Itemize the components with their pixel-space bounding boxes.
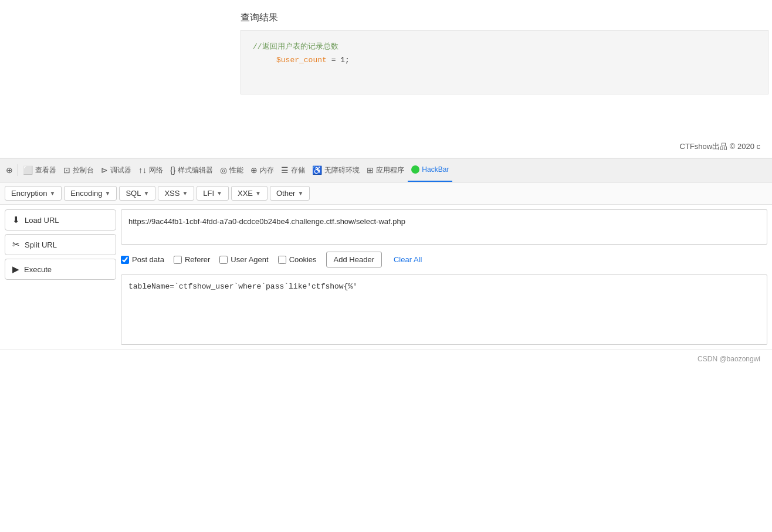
menu-xss[interactable]: XSS ▼ [158, 186, 194, 201]
picker-icon: ⊕ [6, 165, 13, 175]
menu-other[interactable]: Other ▼ [270, 186, 310, 201]
devtools-tab-network[interactable]: ↑↓ 网络 [135, 158, 167, 182]
user-agent-checkbox-item[interactable]: User Agent [219, 255, 268, 264]
devtools-tab-console[interactable]: ⊡ 控制台 [60, 158, 97, 182]
post-data-checkbox[interactable] [121, 256, 129, 264]
csdn-footer: CSDN @baozongwi [0, 350, 772, 368]
xxe-arrow-icon: ▼ [255, 190, 261, 196]
post-data-label: Post data [132, 255, 164, 264]
accessibility-label: 无障碍环境 [324, 165, 360, 175]
query-result-title: 查询结果 [241, 12, 278, 24]
execute-label: Execute [24, 265, 52, 274]
menu-lfi[interactable]: LFI ▼ [197, 186, 229, 201]
referer-checkbox-item[interactable]: Referer [174, 255, 210, 264]
menu-encoding[interactable]: Encoding ▼ [64, 186, 117, 201]
load-url-label: Load URL [25, 216, 59, 225]
devtools-tab-hackbar[interactable]: HackBar [408, 158, 452, 182]
devtools-tab-storage[interactable]: ☰ 存储 [277, 158, 309, 182]
cookies-checkbox-item[interactable]: Cookies [278, 255, 317, 264]
menu-encryption[interactable]: Encryption ▼ [5, 186, 62, 201]
lfi-label: LFI [203, 189, 214, 198]
inspector-label: 查看器 [35, 165, 56, 175]
devtools-bar: ⊕ ⬜ 查看器 ⊡ 控制台 ⊳ 调试器 ↑↓ 网络 {} 样式编辑器 ◎ 性能 … [0, 158, 772, 182]
split-url-label: Split URL [25, 240, 57, 249]
performance-label: 性能 [229, 165, 243, 175]
devtools-tab-performance[interactable]: ◎ 性能 [216, 158, 247, 182]
hackbar-body: ⬇ Load URL ✂ Split URL ▶ Execute https:/… [0, 205, 772, 350]
execute-icon: ▶ [12, 264, 19, 275]
devtools-separator [18, 164, 18, 176]
execute-button[interactable]: ▶ Execute [5, 259, 116, 280]
devtools-tab-apps[interactable]: ⊞ 应用程序 [363, 158, 408, 182]
console-icon: ⊡ [63, 165, 70, 175]
accessibility-icon: ♿ [312, 165, 322, 175]
hackbar-left: ⬇ Load URL ✂ Split URL ▶ Execute [5, 209, 116, 280]
console-label: 控制台 [73, 165, 94, 175]
cookies-label: Cookies [289, 255, 317, 264]
debugger-icon: ⊳ [101, 165, 108, 175]
memory-label: 内存 [260, 165, 274, 175]
post-data-checkbox-item[interactable]: Post data [121, 255, 164, 264]
storage-label: 存储 [291, 165, 305, 175]
user-agent-checkbox[interactable] [219, 256, 228, 264]
hackbar-right: https://9ac44fb1-1cbf-4fdd-a7a0-dcdce0b2… [121, 209, 767, 345]
sql-label: SQL [126, 189, 141, 198]
query-result-section: 查询结果 //返回用户表的记录总数 $user_count = 1; [0, 0, 772, 100]
devtools-tab-memory[interactable]: ⊕ 内存 [247, 158, 277, 182]
xss-arrow-icon: ▼ [182, 190, 188, 196]
encoding-arrow-icon: ▼ [105, 190, 111, 196]
storage-icon: ☰ [281, 165, 289, 175]
encryption-label: Encryption [11, 189, 47, 198]
encoding-label: Encoding [70, 189, 102, 198]
referer-checkbox[interactable] [174, 256, 182, 264]
code-comment-line: //返回用户表的记录总数 [253, 40, 756, 53]
style-editor-label: 样式编辑器 [178, 165, 213, 175]
menu-xxe[interactable]: XXE ▼ [231, 186, 268, 201]
devtools-tab-accessibility[interactable]: ♿ 无障碍环境 [309, 158, 363, 182]
network-label: 网络 [149, 165, 163, 175]
memory-icon: ⊕ [250, 165, 258, 175]
style-editor-icon: {} [170, 165, 175, 175]
copyright-text: CTFshow出品 © 2020 c [680, 142, 760, 151]
post-data-input[interactable]: tableName=`ctfshow_user`where`pass`like'… [121, 275, 767, 345]
code-variable: $user_count [276, 56, 327, 65]
performance-icon: ◎ [220, 165, 227, 175]
apps-label: 应用程序 [376, 165, 404, 175]
menu-sql[interactable]: SQL ▼ [119, 186, 155, 201]
split-url-button[interactable]: ✂ Split URL [5, 234, 116, 255]
add-header-button[interactable]: Add Header [326, 252, 382, 267]
other-arrow-icon: ▼ [297, 190, 303, 196]
load-url-icon: ⬇ [12, 215, 20, 225]
hackbar-label: HackBar [422, 165, 449, 174]
xxe-label: XXE [238, 189, 253, 198]
devtools-picker-btn[interactable]: ⊕ [2, 158, 16, 182]
inspector-icon: ⬜ [23, 165, 33, 175]
options-row: Post data Referer User Agent Cookies Add… [121, 249, 767, 270]
cookies-checkbox[interactable] [278, 256, 286, 264]
load-url-button[interactable]: ⬇ Load URL [5, 209, 116, 231]
devtools-tab-style-editor[interactable]: {} 样式编辑器 [167, 158, 216, 182]
user-agent-label: User Agent [231, 255, 268, 264]
url-input[interactable]: https://9ac44fb1-1cbf-4fdd-a7a0-dcdce0b2… [121, 209, 767, 245]
devtools-tab-inspector[interactable]: ⬜ 查看器 [19, 158, 60, 182]
network-icon: ↑↓ [138, 165, 147, 175]
xss-label: XSS [164, 189, 180, 198]
hackbar-dot-icon [411, 165, 419, 174]
referer-label: Referer [185, 255, 210, 264]
debugger-label: 调试器 [110, 165, 131, 175]
devtools-tab-debugger[interactable]: ⊳ 调试器 [97, 158, 135, 182]
split-url-icon: ✂ [12, 239, 20, 250]
sql-arrow-icon: ▼ [143, 190, 149, 196]
hackbar-menu: Encryption ▼ Encoding ▼ SQL ▼ XSS ▼ LFI … [0, 182, 772, 205]
copyright-bar: CTFshow出品 © 2020 c [0, 135, 772, 158]
apps-icon: ⊞ [367, 165, 374, 175]
csdn-footer-text: CSDN @baozongwi [697, 355, 760, 363]
other-label: Other [276, 189, 296, 198]
code-block: //返回用户表的记录总数 $user_count = 1; [241, 30, 768, 94]
encryption-arrow-icon: ▼ [49, 190, 55, 196]
lfi-arrow-icon: ▼ [216, 190, 222, 196]
clear-all-button[interactable]: Clear All [391, 252, 424, 267]
hackbar-container: Encryption ▼ Encoding ▼ SQL ▼ XSS ▼ LFI … [0, 182, 772, 350]
